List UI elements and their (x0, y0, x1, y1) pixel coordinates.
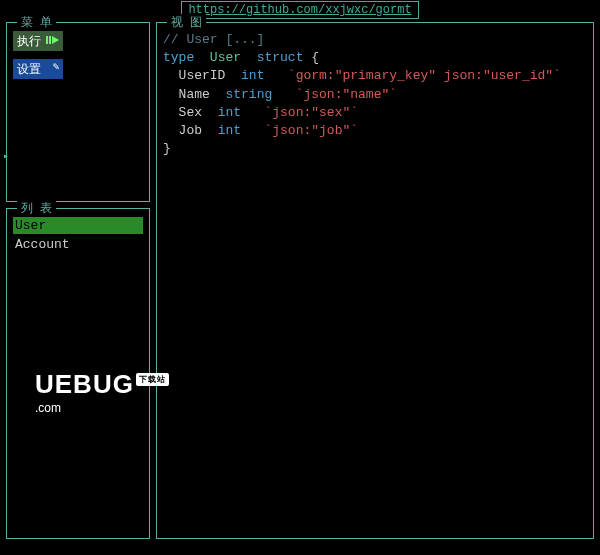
menu-panel: 菜 单 执行 设置 (6, 22, 150, 202)
watermark-badge: 下载站 (136, 373, 169, 386)
run-button-label: 执行 (17, 35, 41, 49)
menu-panel-title: 菜 单 (17, 14, 56, 31)
list-panel-title: 列 表 (17, 200, 56, 217)
watermark-domain: .com (35, 401, 61, 415)
list-item[interactable]: User (13, 217, 143, 234)
divider-handle[interactable]: ▸ (3, 150, 9, 162)
repo-url-link[interactable]: https://github.com/xxjwxc/gormt (181, 1, 418, 19)
settings-button-label: 设置 (17, 63, 41, 77)
view-panel-title: 视 图 (167, 14, 206, 31)
run-button[interactable]: 执行 (13, 31, 63, 51)
watermark: UEBUG下载站 .com (35, 369, 169, 415)
view-panel: 视 图 // User [...] type User struct { Use… (156, 22, 594, 539)
code-view: // User [...] type User struct { UserID … (163, 31, 587, 158)
watermark-brand: UEBUG (35, 369, 134, 399)
settings-button[interactable]: 设置 (13, 59, 63, 79)
list-item[interactable]: Account (13, 236, 143, 253)
